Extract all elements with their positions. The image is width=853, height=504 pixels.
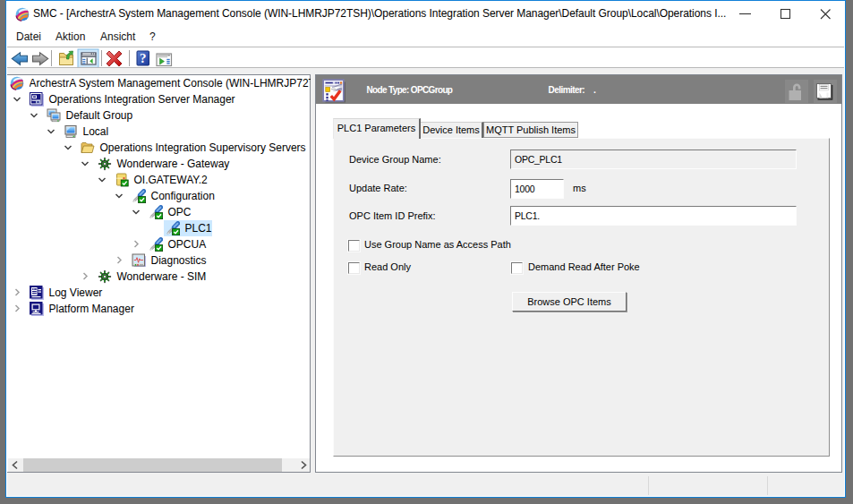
svg-text:?: ? bbox=[140, 51, 147, 65]
